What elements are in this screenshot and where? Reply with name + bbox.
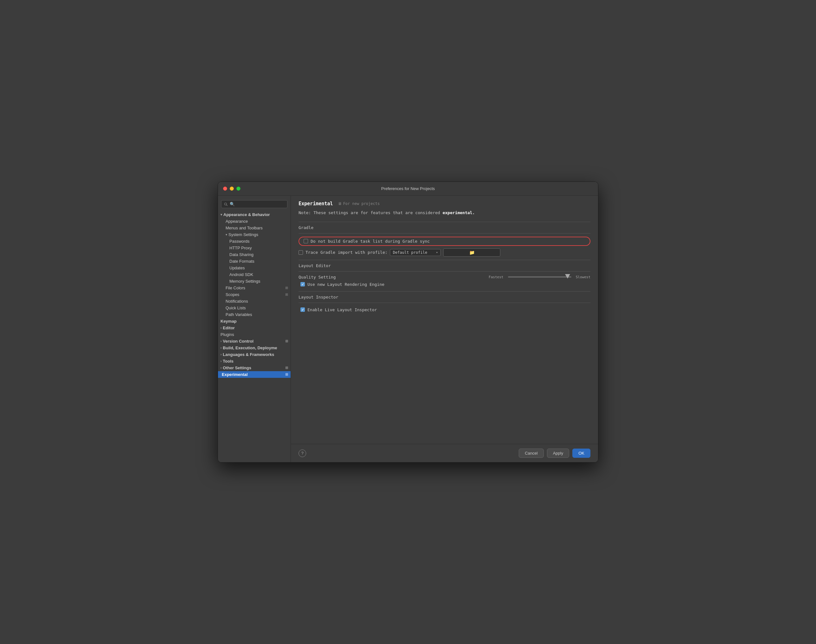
gradle-section-divider2 bbox=[299, 233, 591, 233]
window-title: Preferences for New Projects bbox=[381, 186, 435, 191]
ok-button[interactable]: OK bbox=[572, 449, 591, 458]
enable-live-layout-checkbox[interactable] bbox=[301, 307, 305, 312]
enable-live-layout-row: Enable Live Layout Inspector bbox=[299, 306, 591, 313]
chevron-right-icon-editor: › bbox=[221, 326, 221, 330]
vc-remote-icon: ⊞ bbox=[285, 339, 288, 343]
minimize-button[interactable] bbox=[230, 187, 234, 191]
slowest-label: Slowest bbox=[576, 275, 591, 279]
do-not-build-gradle-label: Do not build Gradle task list during Gra… bbox=[311, 239, 430, 244]
fastest-label: Fastest bbox=[489, 275, 503, 279]
sidebar-item-android-sdk[interactable]: Android SDK bbox=[218, 271, 291, 278]
layout-inspector-divider bbox=[299, 291, 591, 291]
use-new-layout-rendering-row: Use new Layout Rendering Engine bbox=[299, 281, 591, 288]
dropdown-arrow-icon: ▾ bbox=[436, 251, 438, 254]
sidebar-item-memory-settings[interactable]: Memory Settings bbox=[218, 278, 291, 285]
apply-button[interactable]: Apply bbox=[547, 449, 569, 458]
chevron-right-icon-tools: › bbox=[221, 359, 221, 363]
experimental-remote-icon: ⊞ bbox=[285, 373, 288, 377]
sidebar-item-build-execution[interactable]: › Build, Execution, Deployme bbox=[218, 345, 291, 351]
monitor-icon: 🖥 bbox=[338, 201, 342, 206]
sidebar-item-version-control[interactable]: › Version Control ⊞ bbox=[218, 338, 291, 345]
sidebar-item-path-variables[interactable]: Path Variables bbox=[218, 311, 291, 318]
sidebar: ▾ Appearance & Behavior Appearance Menus… bbox=[218, 196, 291, 462]
sidebar-item-http-proxy[interactable]: HTTP Proxy bbox=[218, 245, 291, 251]
sidebar-item-data-sharing[interactable]: Data Sharing bbox=[218, 251, 291, 258]
layout-editor-divider bbox=[299, 260, 591, 260]
chevron-right-icon-vc: › bbox=[221, 339, 221, 343]
layout-inspector-section-label: Layout Inspector bbox=[299, 295, 591, 299]
sidebar-item-plugins[interactable]: Plugins bbox=[218, 331, 291, 338]
sidebar-item-appearance-behavior[interactable]: ▾ Appearance & Behavior bbox=[218, 211, 291, 218]
sidebar-item-date-formats[interactable]: Date Formats bbox=[218, 258, 291, 265]
sidebar-item-other-settings[interactable]: › Other Settings ⊞ bbox=[218, 365, 291, 371]
sidebar-item-appearance[interactable]: Appearance bbox=[218, 218, 291, 225]
bottom-bar: ? Cancel Apply OK bbox=[291, 444, 598, 462]
maximize-button[interactable] bbox=[236, 187, 241, 191]
dropdown-value: Default profile bbox=[393, 250, 427, 255]
scopes-remote-icon: ⊞ bbox=[285, 293, 288, 297]
chevron-down-icon-system: ▾ bbox=[225, 233, 227, 236]
sidebar-item-system-settings[interactable]: ▾ System Settings bbox=[218, 231, 291, 238]
search-input[interactable] bbox=[230, 202, 285, 207]
gradle-section-label: Gradle bbox=[299, 225, 591, 230]
main-content: Note: These settings are for features th… bbox=[291, 210, 598, 444]
layout-inspector-divider2 bbox=[299, 303, 591, 303]
main-panel: Experimental 🖥 For new projects Note: Th… bbox=[291, 196, 598, 462]
sidebar-item-updates[interactable]: Updates bbox=[218, 265, 291, 271]
trace-gradle-row: Trace Gradle import with profile: Defaul… bbox=[299, 248, 591, 257]
sidebar-item-tools[interactable]: › Tools bbox=[218, 358, 291, 365]
use-new-layout-rendering-checkbox[interactable] bbox=[301, 282, 305, 287]
sidebar-item-experimental[interactable]: Experimental ⊞ bbox=[218, 371, 291, 378]
title-bar: Preferences for New Projects bbox=[218, 182, 598, 196]
content-area: ▾ Appearance & Behavior Appearance Menus… bbox=[218, 196, 598, 462]
sidebar-item-menus-toolbars[interactable]: Menus and Toolbars bbox=[218, 225, 291, 231]
quality-setting-row: Quality Setting Fastest Slowest bbox=[299, 275, 591, 279]
enable-live-layout-label: Enable Live Layout Inspector bbox=[307, 307, 377, 312]
for-new-projects-label: 🖥 For new projects bbox=[338, 201, 380, 206]
use-new-layout-rendering-label: Use new Layout Rendering Engine bbox=[307, 282, 385, 287]
trace-gradle-checkbox[interactable] bbox=[299, 250, 303, 255]
file-chooser-button[interactable]: 📁 bbox=[443, 248, 500, 257]
chevron-right-icon-build: › bbox=[221, 346, 221, 350]
sidebar-item-notifications[interactable]: Notifications bbox=[218, 298, 291, 305]
do-not-build-gradle-row: Do not build Gradle task list during Gra… bbox=[299, 237, 591, 246]
other-settings-remote-icon: ⊞ bbox=[285, 366, 288, 370]
sidebar-item-keymap[interactable]: Keymap bbox=[218, 318, 291, 325]
layout-editor-divider2 bbox=[299, 271, 591, 271]
file-colors-remote-icon: ⊞ bbox=[285, 286, 288, 290]
trace-gradle-dropdown[interactable]: Default profile ▾ bbox=[390, 249, 441, 256]
chevron-right-icon-lang: › bbox=[221, 353, 221, 356]
chevron-down-icon: ▾ bbox=[221, 213, 222, 216]
quality-slider-track[interactable] bbox=[508, 276, 571, 278]
search-icon bbox=[224, 202, 228, 206]
sidebar-item-passwords[interactable]: Passwords bbox=[218, 238, 291, 245]
layout-editor-section-label: Layout Editor bbox=[299, 263, 591, 268]
close-button[interactable] bbox=[223, 187, 227, 191]
note-text: Note: These settings are for features th… bbox=[299, 210, 591, 216]
sidebar-item-editor[interactable]: › Editor bbox=[218, 325, 291, 331]
folder-icon: 📁 bbox=[469, 250, 475, 255]
quality-slider-thumb[interactable] bbox=[565, 274, 570, 279]
sidebar-item-file-colors[interactable]: File Colors ⊞ bbox=[218, 285, 291, 291]
svg-line-1 bbox=[227, 205, 227, 205]
do-not-build-gradle-checkbox[interactable] bbox=[304, 239, 308, 243]
sidebar-item-languages-frameworks[interactable]: › Languages & Frameworks bbox=[218, 351, 291, 358]
main-title: Experimental bbox=[299, 201, 333, 207]
quality-slider-wrapper: Fastest Slowest bbox=[489, 275, 591, 279]
help-button[interactable]: ? bbox=[299, 449, 306, 457]
gradle-section-divider bbox=[299, 222, 591, 222]
preferences-window: Preferences for New Projects ▾ Appearanc… bbox=[218, 181, 598, 463]
cancel-button[interactable]: Cancel bbox=[519, 449, 543, 458]
trace-gradle-label: Trace Gradle import with profile: bbox=[305, 250, 387, 255]
sidebar-item-scopes[interactable]: Scopes ⊞ bbox=[218, 291, 291, 298]
sidebar-item-quick-lists[interactable]: Quick Lists bbox=[218, 305, 291, 311]
chevron-right-icon-other: › bbox=[221, 366, 221, 370]
search-bar[interactable] bbox=[221, 200, 287, 208]
traffic-lights bbox=[223, 187, 241, 191]
main-header: Experimental 🖥 For new projects bbox=[291, 196, 598, 210]
quality-setting-label: Quality Setting bbox=[299, 275, 336, 279]
